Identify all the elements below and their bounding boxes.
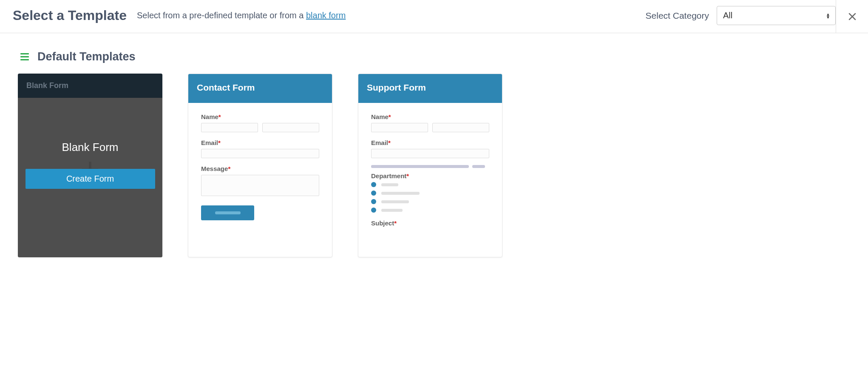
close-button[interactable] xyxy=(836,0,868,33)
template-card-blank[interactable]: Blank Form + Blank Form Create Form xyxy=(18,74,162,257)
card-blank-title: Blank Form xyxy=(62,141,119,154)
category-select-value: All xyxy=(723,11,732,20)
close-icon xyxy=(848,12,857,21)
section-header: Default Templates xyxy=(20,50,850,63)
page-title: Select a Template xyxy=(13,8,127,23)
card-contact-header: Contact Form xyxy=(188,74,332,103)
faux-radio-list xyxy=(371,182,489,213)
faux-input xyxy=(432,123,489,132)
faux-input xyxy=(262,123,319,132)
section-title: Default Templates xyxy=(37,50,136,63)
category-select[interactable]: All ▲▼ xyxy=(717,6,836,25)
card-contact-body: Name* Email* Message* xyxy=(188,103,332,231)
card-support-body: Name* Email* Department* xyxy=(358,103,502,239)
faux-input xyxy=(201,149,319,158)
faux-textarea xyxy=(201,175,319,196)
header-controls: Select Category All ▲▼ xyxy=(646,6,855,25)
template-card-contact[interactable]: Contact Form Name* Email* Message* xyxy=(188,74,332,257)
category-filter-label: Select Category xyxy=(646,11,709,21)
field-label: Name* xyxy=(201,113,319,120)
contact-message-field: Message* xyxy=(201,165,319,196)
card-blank-header: Blank Form xyxy=(18,74,162,98)
faux-input xyxy=(201,123,258,132)
content-area: Default Templates Blank Form + Blank For… xyxy=(0,33,868,274)
field-label: Subject* xyxy=(371,219,489,227)
field-label: Name* xyxy=(371,113,489,120)
hamburger-icon xyxy=(20,53,29,60)
faux-description xyxy=(371,165,489,168)
create-form-button[interactable]: Create Form xyxy=(26,169,155,189)
card-blank-body: + Blank Form Create Form xyxy=(18,102,162,257)
field-label: Email* xyxy=(201,139,319,146)
card-support-header: Support Form xyxy=(358,74,502,103)
template-card-support[interactable]: Support Form Name* Email* xyxy=(358,74,502,257)
faux-input xyxy=(371,123,428,132)
faux-input xyxy=(371,149,489,158)
blank-form-link[interactable]: blank form xyxy=(306,11,346,20)
page-header: Select a Template Select from a pre-defi… xyxy=(0,0,868,33)
radio-icon xyxy=(371,182,376,187)
radio-icon xyxy=(371,208,376,213)
support-department-field: Department* xyxy=(371,172,489,213)
radio-icon xyxy=(371,199,376,204)
support-subject-field: Subject* xyxy=(371,219,489,227)
faux-submit-button xyxy=(201,205,254,220)
support-name-field: Name* xyxy=(371,113,489,132)
radio-icon xyxy=(371,191,376,196)
support-email-field: Email* xyxy=(371,139,489,158)
contact-email-field: Email* xyxy=(201,139,319,158)
subtitle-text: Select from a pre-defined template or fr… xyxy=(137,11,306,20)
template-cards: Blank Form + Blank Form Create Form Cont… xyxy=(18,74,850,257)
page-subtitle: Select from a pre-defined template or fr… xyxy=(137,11,346,20)
field-label: Message* xyxy=(201,165,319,172)
field-label: Department* xyxy=(371,172,489,179)
contact-name-field: Name* xyxy=(201,113,319,132)
select-arrows-icon: ▲▼ xyxy=(826,13,830,19)
field-label: Email* xyxy=(371,139,489,146)
